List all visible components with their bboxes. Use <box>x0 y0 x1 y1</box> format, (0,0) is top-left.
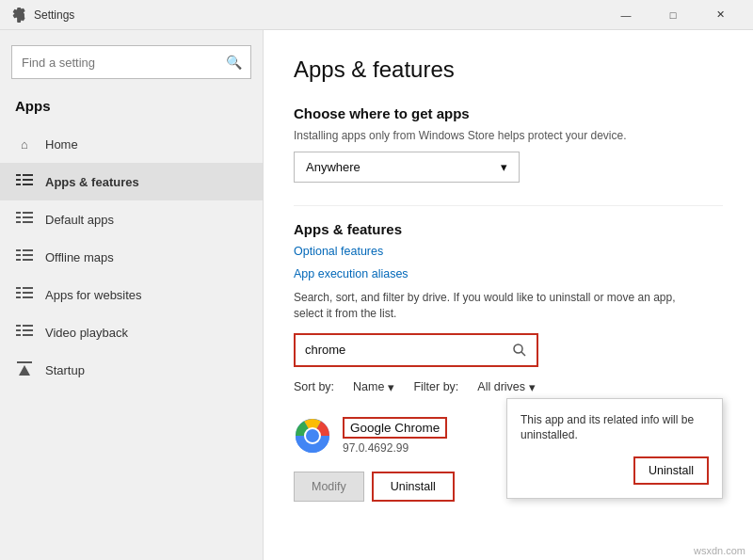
svg-rect-29 <box>23 334 33 336</box>
svg-rect-1 <box>23 174 33 176</box>
svg-marker-31 <box>19 365 30 376</box>
tooltip-text: This app and its related info will be un… <box>521 412 709 444</box>
chrome-app-icon <box>294 417 331 455</box>
app-list-item: Google Chrome 97.0.4692.99 This app and … <box>294 408 723 464</box>
svg-rect-28 <box>16 334 21 336</box>
watermark: wsxdn.com <box>694 545 745 556</box>
dropdown-value: Anywhere <box>306 160 360 174</box>
default-apps-icon <box>15 210 34 229</box>
titlebar: Settings — □ ✕ <box>0 0 753 30</box>
svg-rect-2 <box>16 179 21 181</box>
tooltip-uninstall-button[interactable]: Uninstall <box>633 456 709 485</box>
sidebar-item-apps-websites[interactable]: Apps for websites <box>0 276 263 313</box>
titlebar-left: Settings <box>11 8 74 23</box>
sort-by-dropdown[interactable]: Name ▾ <box>353 380 394 394</box>
sidebar: 🔍 Apps ⌂ Home Apps & features Default ap… <box>0 30 264 560</box>
sort-by-chevron-icon: ▾ <box>388 380 394 394</box>
svg-rect-20 <box>16 292 21 294</box>
filter-by-label: Filter by: <box>413 380 458 393</box>
sidebar-item-home[interactable]: ⌂ Home <box>0 125 263 163</box>
svg-rect-14 <box>16 254 21 256</box>
svg-rect-21 <box>23 292 33 294</box>
svg-rect-19 <box>23 287 33 289</box>
svg-rect-16 <box>16 259 21 261</box>
section-divider <box>294 205 723 206</box>
sidebar-item-apps-features-label: Apps & features <box>45 175 139 189</box>
svg-rect-24 <box>16 325 21 327</box>
maximize-button[interactable]: □ <box>651 0 695 30</box>
apps-source-dropdown[interactable]: Anywhere ▾ <box>294 152 520 183</box>
app-search-button[interactable] <box>503 333 537 367</box>
svg-rect-0 <box>16 174 21 176</box>
startup-icon <box>15 360 34 379</box>
svg-rect-10 <box>16 221 21 223</box>
minimize-button[interactable]: — <box>604 0 648 30</box>
home-icon: ⌂ <box>15 135 34 153</box>
filter-by-dropdown[interactable]: All drives ▾ <box>477 380 536 394</box>
svg-rect-27 <box>23 329 33 331</box>
svg-rect-18 <box>16 287 21 289</box>
sort-by-value: Name <box>353 380 384 393</box>
svg-rect-15 <box>23 254 33 256</box>
sidebar-item-home-label: Home <box>45 137 78 152</box>
svg-rect-30 <box>17 361 32 363</box>
sidebar-item-video-playback[interactable]: Video playback <box>0 313 263 351</box>
modify-button[interactable]: Modify <box>294 472 364 502</box>
app-execution-aliases-link[interactable]: App execution aliases <box>294 267 723 280</box>
settings-icon <box>11 8 26 23</box>
sidebar-item-offline-maps[interactable]: Offline maps <box>0 238 263 276</box>
sidebar-item-default-apps[interactable]: Default apps <box>0 200 263 238</box>
titlebar-controls: — □ ✕ <box>604 0 742 30</box>
svg-line-33 <box>521 352 525 356</box>
close-button[interactable]: ✕ <box>698 0 742 30</box>
sort-by-label: Sort by: <box>294 380 334 393</box>
svg-rect-17 <box>23 259 33 261</box>
apps-features-icon <box>15 172 34 191</box>
sidebar-item-apps-websites-label: Apps for websites <box>45 288 142 302</box>
filter-by-value: All drives <box>477 380 525 393</box>
sidebar-item-startup-label: Startup <box>45 363 85 377</box>
svg-point-32 <box>514 344 522 353</box>
sidebar-heading: Apps <box>0 94 263 125</box>
uninstall-button[interactable]: Uninstall <box>372 472 455 502</box>
app-search-box[interactable] <box>294 333 538 367</box>
svg-rect-7 <box>23 212 33 214</box>
svg-rect-6 <box>16 212 21 214</box>
svg-rect-26 <box>16 329 21 331</box>
offline-maps-icon <box>15 248 34 266</box>
choose-subtitle: Installing apps only from Windows Store … <box>294 129 723 142</box>
uninstall-tooltip: This app and its related info will be un… <box>506 398 723 500</box>
svg-rect-12 <box>16 249 21 251</box>
sidebar-item-video-playback-label: Video playback <box>45 326 128 340</box>
apps-features-subtitle: Apps & features <box>294 221 723 237</box>
sidebar-item-offline-maps-label: Offline maps <box>45 250 114 264</box>
content-area: Apps & features Choose where to get apps… <box>264 30 753 560</box>
sidebar-item-startup[interactable]: Startup <box>0 351 263 389</box>
search-description: Search, sort, and filter by drive. If yo… <box>294 290 689 322</box>
svg-rect-11 <box>23 221 33 223</box>
svg-point-36 <box>306 429 319 442</box>
optional-features-link[interactable]: Optional features <box>294 245 723 258</box>
search-icon-button[interactable]: 🔍 <box>216 45 250 79</box>
search-box[interactable]: 🔍 <box>11 45 251 79</box>
svg-rect-25 <box>23 325 33 327</box>
main-layout: 🔍 Apps ⌂ Home Apps & features Default ap… <box>0 30 753 560</box>
sidebar-item-apps-features[interactable]: Apps & features <box>0 163 263 200</box>
svg-rect-22 <box>16 296 21 298</box>
dropdown-arrow-icon: ▾ <box>501 160 507 174</box>
app-name: Google Chrome <box>343 417 447 439</box>
choose-section-title: Choose where to get apps <box>294 105 723 121</box>
svg-rect-5 <box>23 184 33 185</box>
search-input[interactable] <box>12 56 216 70</box>
apps-websites-icon <box>15 285 34 304</box>
svg-rect-8 <box>16 216 21 218</box>
sidebar-item-default-apps-label: Default apps <box>45 213 114 227</box>
titlebar-title: Settings <box>34 8 74 22</box>
video-playback-icon <box>15 323 34 342</box>
page-title: Apps & features <box>294 56 723 83</box>
svg-rect-23 <box>23 296 33 298</box>
app-search-input[interactable] <box>296 343 503 357</box>
svg-rect-13 <box>23 249 33 251</box>
svg-rect-4 <box>16 184 21 185</box>
filter-by-chevron-icon: ▾ <box>529 380 536 394</box>
